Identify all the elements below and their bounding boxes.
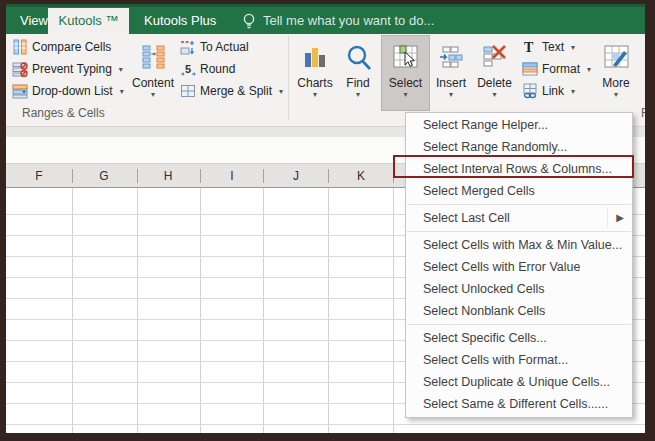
to-actual-icon [180,39,196,55]
column-divider [200,169,201,183]
menu-item-select-interval-rows-columns[interactable]: Select Interval Rows & Columns... [406,158,632,180]
dropdown-arrow-icon: ▾ [356,91,360,101]
insert-button[interactable]: Insert ▾ [430,36,472,110]
gridline [263,188,264,433]
column-header-f[interactable]: F [35,167,42,185]
format-label: Format [542,62,580,76]
gridline [137,188,138,433]
gridline [328,188,329,433]
screenshot-border [0,0,6,441]
delete-button[interactable]: Delete ▾ [472,36,517,110]
delete-icon [481,44,508,71]
column-divider [393,169,394,183]
format-button[interactable]: Format [520,58,590,80]
menu-item-select-merged-cells[interactable]: Select Merged Cells [406,180,632,202]
screenshot-border [0,433,655,441]
dropdown-arrow-icon: ▾ [449,91,453,101]
menu-separator [407,204,631,205]
ribbon-tab-bar: View Kutools ™ Kutools Plus Tell me what… [6,4,645,34]
merge-split-button[interactable]: Merge & Split [178,80,298,102]
menu-item-label: Select Last Cell [423,211,510,225]
drop-down-list-button[interactable]: Drop-down List [10,80,130,102]
menu-item-select-specific-cells[interactable]: Select Specific Cells... [406,327,632,349]
dropdown-arrow-icon: ▾ [403,91,407,101]
gridline [200,188,201,433]
more-label: More [602,75,629,91]
column-header-h[interactable]: H [164,167,173,185]
column-header-i[interactable]: I [230,167,233,185]
ribbon-group-label: Ranges & Cells [22,106,105,120]
dropdown-arrow-icon: ▾ [492,91,496,101]
compare-cells-label: Compare Cells [32,40,111,54]
menu-item-select-duplicate-unique-cells[interactable]: Select Duplicate & Unique Cells... [406,371,632,393]
find-button[interactable]: Find ▾ [338,36,378,110]
drop-down-list-label: Drop-down List [32,84,113,98]
tell-me-box[interactable]: Tell me what you want to do... [242,7,434,34]
find-icon [345,44,372,71]
menu-item-select-last-cell[interactable]: Select Last Cell ▶ [406,207,632,229]
more-icon [603,44,630,71]
lightbulb-icon [242,12,256,30]
round-icon: 5 [180,61,196,77]
gridline [72,188,73,433]
prevent-typing-button[interactable]: Prevent Typing [10,58,130,80]
menu-item-select-cells-with-format[interactable]: Select Cells with Format... [406,349,632,371]
compare-cells-icon [12,39,28,55]
menu-item-select-nonblank-cells[interactable]: Select Nonblank Cells [406,300,632,322]
content-label: Content [132,75,174,91]
menu-item-select-range-randomly[interactable]: Select Range Randomly... [406,136,632,158]
compare-cells-button[interactable]: Compare Cells [10,36,130,58]
charts-icon [302,44,328,70]
content-button[interactable]: Content ▾ [131,36,175,110]
delete-label: Delete [477,75,512,91]
select-label: Select [389,75,422,91]
to-actual-button[interactable]: To Actual [178,36,298,58]
column-divider [72,169,73,183]
prevent-typing-label: Prevent Typing [32,62,112,76]
drop-down-list-icon [12,83,28,99]
link-button[interactable]: Link [520,80,590,102]
menu-item-select-same-different-cells[interactable]: Select Same & Different Cells...... [406,393,632,415]
column-header-j[interactable]: J [293,167,299,185]
more-button[interactable]: More ▾ [592,36,640,110]
screenshot-border [0,0,655,4]
link-icon [522,83,538,99]
column-divider [263,169,264,183]
dropdown-arrow-icon: ▾ [313,91,317,101]
menu-item-select-cells-error-value[interactable]: Select Cells with Error Value [406,256,632,278]
select-icon [392,44,419,71]
gridline [393,188,394,433]
dropdown-arrow-icon: ▾ [151,91,155,101]
menu-separator [407,231,631,232]
find-label: Find [346,75,369,91]
charts-button[interactable]: Charts ▾ [294,36,336,110]
charts-label: Charts [297,75,332,91]
excel-window: View Kutools ™ Kutools Plus Tell me what… [0,0,655,441]
round-label: Round [200,62,235,76]
column-header-g[interactable]: G [99,167,108,185]
prevent-typing-icon [12,61,28,77]
text-button[interactable]: T Text [520,36,590,58]
tab-kutools[interactable]: Kutools ™ [48,8,129,34]
screenshot-border [645,0,655,441]
menu-item-select-range-helper[interactable]: Select Range Helper... [406,114,632,136]
submenu-arrow-icon: ▶ [607,207,632,229]
merge-split-label: Merge & Split [200,84,272,98]
svg-text:5: 5 [185,63,191,75]
to-actual-label: To Actual [200,40,249,54]
select-button[interactable]: Select ▾ [382,36,429,110]
insert-label: Insert [436,75,466,91]
merge-split-icon [180,83,196,99]
menu-item-select-unlocked-cells[interactable]: Select Unlocked Cells [406,278,632,300]
menu-separator [407,324,631,325]
tell-me-label: Tell me what you want to do... [263,13,434,28]
column-header-k[interactable]: K [357,167,365,185]
ribbon-separator [288,36,289,120]
menu-item-select-cells-max-min[interactable]: Select Cells with Max & Min Value... [406,234,632,256]
select-dropdown-menu: Select Range Helper... Select Range Rand… [405,112,633,418]
text-icon: T [522,39,538,55]
tab-kutools-plus[interactable]: Kutools Plus [138,7,222,34]
column-divider [137,169,138,183]
gridline [6,424,645,425]
round-button[interactable]: 5 Round [178,58,298,80]
